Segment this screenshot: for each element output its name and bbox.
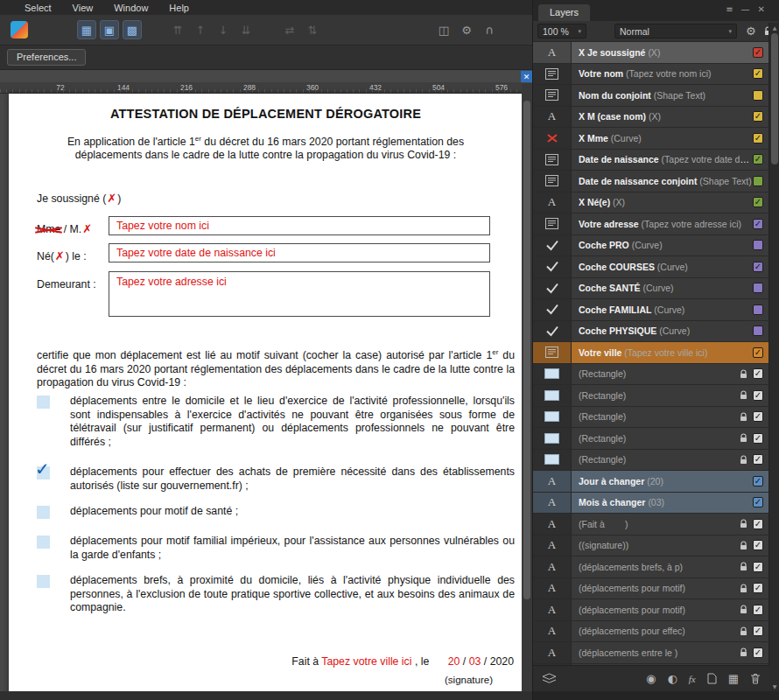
move-forward-icon[interactable]: ↑ (191, 20, 210, 39)
mask-icon[interactable]: ◐ (667, 672, 677, 685)
city-placeholder[interactable]: Tapez votre ville ici (321, 655, 411, 668)
layer-row[interactable]: A(déplacements pour motif)✓ (533, 578, 769, 600)
layers-stack-icon[interactable] (542, 673, 557, 684)
scroll-down-icon[interactable]: ▼ (769, 683, 779, 690)
lock-icon[interactable] (736, 626, 750, 636)
align-vertical-icon[interactable]: ⇅ (303, 20, 322, 39)
name-field[interactable]: Tapez votre nom ici (109, 216, 490, 235)
visibility-checkbox[interactable]: ✓ (753, 262, 763, 272)
visibility-checkbox[interactable]: ✓ (753, 626, 763, 636)
panel-scrollbar[interactable]: ▲ ▼ (768, 23, 779, 691)
lock-icon[interactable] (736, 433, 750, 443)
marquee-icon[interactable]: ▣ (100, 20, 119, 39)
visibility-checkbox[interactable] (753, 326, 763, 336)
lock-icon[interactable] (736, 390, 750, 400)
visibility-checkbox[interactable]: ✓ (753, 111, 763, 122)
canvas-vertical-scrollbar[interactable] (522, 83, 532, 691)
layer-row[interactable]: (Rectangle)✓ (533, 385, 769, 407)
scroll-up-icon[interactable]: ▲ (769, 24, 779, 31)
adjustment-icon[interactable]: ◉ (646, 672, 656, 685)
layer-row[interactable]: X Mme (Curve)✓ (533, 128, 769, 150)
layer-row[interactable]: A(déplacements entre le )✓ (533, 642, 769, 664)
visibility-checkbox[interactable]: ✓ (753, 562, 763, 572)
day-value[interactable]: 20 (448, 655, 460, 668)
opacity-select[interactable]: 100 % ▾ (537, 24, 586, 38)
layer-row[interactable]: AX Je soussigné (X)✓ (533, 42, 769, 64)
visibility-checkbox[interactable] (753, 90, 763, 101)
motif-checkbox[interactable] (37, 396, 50, 409)
visibility-checkbox[interactable]: ✓ (753, 519, 763, 529)
preferences-button[interactable]: Preferences... (7, 49, 86, 66)
insert-inside-icon[interactable]: ◫ (434, 20, 453, 39)
motif-checkbox[interactable] (37, 575, 50, 588)
panel-close-icon[interactable]: ✕ (758, 4, 765, 14)
lock-icon[interactable] (736, 605, 750, 614)
visibility-checkbox[interactable] (753, 240, 763, 250)
birthdate-field[interactable]: Tapez votre date de naissance ici (109, 243, 490, 262)
scrollbar-thumb[interactable] (771, 33, 778, 164)
lock-icon[interactable] (736, 369, 750, 379)
snapping-icon[interactable]: ∩ (480, 20, 499, 39)
motif-checkbox[interactable]: ✓ (37, 466, 50, 480)
motif-checkbox[interactable] (37, 536, 50, 549)
layer-row[interactable]: Coche FAMILIAL (Curve) (533, 299, 769, 321)
layer-row[interactable]: Coche COURSES (Curve)✓ (533, 256, 769, 278)
layer-row[interactable]: Votre adresse (Tapez votre adresse ici)✓ (533, 214, 769, 235)
assistant-icon[interactable]: ⚙ (457, 20, 476, 39)
delete-icon[interactable] (750, 673, 761, 684)
tab-layers[interactable]: Layers (538, 4, 590, 21)
lock-icon[interactable] (736, 584, 750, 593)
document-page[interactable]: ATTESTATION DE DÉPLACEMENT DÉROGATOIRE E… (9, 94, 523, 700)
visibility-checkbox[interactable]: ✓ (753, 368, 763, 379)
visibility-checkbox[interactable]: ✓ (753, 648, 763, 658)
layer-row[interactable]: (Rectangle)✓ (533, 364, 769, 386)
layer-row[interactable]: Votre ville (Tapez votre ville ici)✓ (533, 342, 769, 364)
layer-row[interactable]: Date de naissance (Tapez votre date de n… (533, 150, 769, 172)
move-backward-icon[interactable]: ↓ (214, 20, 233, 39)
visibility-checkbox[interactable]: ✓ (753, 497, 763, 508)
menu-view[interactable]: View (73, 3, 94, 13)
lock-icon[interactable] (736, 455, 750, 465)
layer-row[interactable]: AJour à changer (20)✓ (533, 471, 769, 493)
align-horizontal-icon[interactable]: ⇄ (280, 20, 299, 39)
visibility-checkbox[interactable] (753, 176, 763, 186)
new-group-icon[interactable]: ▦ (728, 672, 739, 685)
visibility-checkbox[interactable]: ✓ (753, 219, 763, 229)
visibility-checkbox[interactable]: ✓ (753, 540, 763, 550)
grid-icon[interactable]: ▦ (77, 20, 96, 39)
visibility-checkbox[interactable]: ✓ (753, 347, 763, 358)
layer-row[interactable]: (Rectangle)✓ (533, 407, 769, 429)
layer-row[interactable]: Coche SANTÉ (Curve) (533, 278, 769, 300)
lock-icon[interactable] (736, 562, 750, 571)
address-field[interactable]: Tapez votre adresse ici (109, 271, 490, 317)
visibility-checkbox[interactable] (753, 304, 763, 315)
lock-icon[interactable] (736, 648, 750, 657)
lock-icon[interactable] (736, 412, 750, 422)
layer-row[interactable]: Coche PHYSIQUE (Curve) (533, 321, 769, 343)
visibility-checkbox[interactable]: ✓ (753, 583, 763, 593)
layer-row[interactable]: A(Fait à )✓ (533, 514, 769, 536)
layer-row[interactable]: A(déplacements brefs, à p)✓ (533, 556, 769, 578)
visibility-checkbox[interactable]: ✓ (753, 476, 763, 486)
layer-row[interactable]: AMois à changer (03)✓ (533, 493, 769, 514)
visibility-checkbox[interactable]: ✓ (753, 433, 763, 444)
transform-icon[interactable]: ▩ (123, 20, 142, 39)
motif-checkbox[interactable] (37, 506, 50, 519)
layer-row[interactable]: AX M (case nom) (X)✓ (533, 107, 769, 129)
scrollbar-thumb[interactable] (523, 101, 530, 599)
canvas-close-icon[interactable]: ✕ (521, 71, 532, 82)
blend-mode-select[interactable]: Normal ▾ (614, 24, 737, 38)
gear-icon[interactable]: ⚙ (746, 24, 756, 38)
layer-row[interactable]: A(déplacements pour effec)✓ (533, 621, 769, 643)
layer-row[interactable]: Votre nom (Tapez votre nom ici)✓ (533, 64, 769, 86)
visibility-checkbox[interactable]: ✓ (753, 133, 763, 144)
visibility-checkbox[interactable]: ✓ (753, 47, 763, 58)
new-layer-icon[interactable] (707, 673, 717, 684)
visibility-checkbox[interactable]: ✓ (753, 605, 763, 615)
layer-row[interactable]: AX Né(e) (X)✓ (533, 192, 769, 214)
layer-row[interactable]: Nom du conjoint (Shape Text) (533, 85, 769, 107)
visibility-checkbox[interactable]: ✓ (753, 68, 763, 79)
layer-row[interactable]: A(déplacements pour motif)✓ (533, 599, 769, 621)
visibility-checkbox[interactable]: ✓ (753, 390, 763, 401)
visibility-checkbox[interactable]: ✓ (753, 197, 763, 207)
